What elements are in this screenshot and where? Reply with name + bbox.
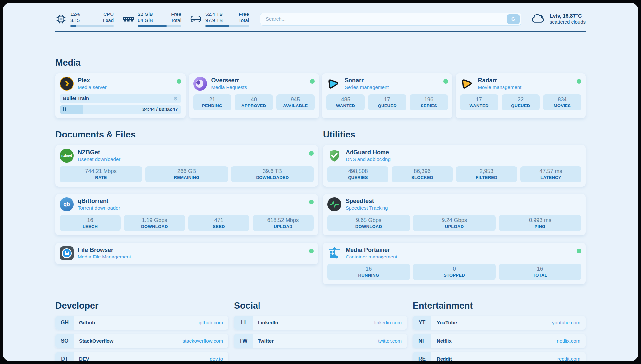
status-dot-online [310, 79, 315, 84]
app-name: Radarr [478, 77, 522, 84]
radarr-icon [460, 77, 474, 91]
status-dot-online [309, 200, 314, 204]
link-url: twitter.com [378, 338, 402, 344]
link-youtube[interactable]: YT YouTube youtube.com [413, 316, 586, 330]
cpu-label: CPU [103, 11, 114, 17]
disk-total: 97.9 TB [205, 17, 223, 24]
app-card-plex[interactable]: Plex Media server Bullet Train ⚙ 24:44 /… [55, 73, 186, 118]
link-badge: LI [234, 316, 253, 330]
app-description: Container management [346, 254, 397, 259]
gear-icon[interactable]: ⚙ [173, 96, 178, 101]
stat-ping: 0.993 ms PING [499, 215, 581, 231]
weather-widget: Lviv, 16.87°C scattered clouds [531, 13, 586, 25]
app-description: Usenet downloader [78, 156, 120, 162]
status-dot-online [443, 79, 448, 84]
link-netflix[interactable]: NF Netflix netflix.com [413, 334, 586, 348]
disk-progress-bar [205, 25, 249, 27]
stat-approved: 40 APPROVED [235, 94, 273, 110]
section-title-media: Media [55, 58, 586, 68]
link-badge: YT [413, 316, 431, 330]
pause-icon[interactable] [63, 107, 66, 111]
developer-column: Developer GH Github github.com SO StackO… [55, 301, 228, 362]
app-card-overseerr[interactable]: Overseerr Media Requests 21 PENDING 40 A… [189, 73, 319, 118]
plex-icon [60, 77, 74, 91]
section-title-social: Social [234, 301, 407, 311]
app-card-sonarr[interactable]: Sonarr Series management 485 WANTED 17 Q… [322, 73, 452, 118]
link-badge: RE [413, 352, 431, 362]
app-card-filebrowser[interactable]: File Browser Media File Management [55, 243, 318, 264]
disk-icon [190, 15, 202, 24]
status-dot-online [309, 249, 314, 253]
link-badge: GH [55, 316, 74, 330]
link-stackoverflow[interactable]: SO StackOverflow stackoverflow.com [55, 334, 228, 348]
link-name: Netflix [437, 338, 452, 344]
link-twitter[interactable]: TW Twitter twitter.com [234, 334, 407, 348]
stat-series: 196 SERIES [410, 94, 448, 110]
link-linkedin[interactable]: LI LinkedIn linkedin.com [234, 316, 407, 330]
app-description: Torrent downloader [78, 205, 120, 211]
app-name: Plex [78, 77, 107, 84]
section-title-documents: Documents & Files [55, 130, 318, 140]
link-name: Github [79, 320, 95, 325]
search-input[interactable] [260, 13, 521, 26]
disk-widget: 52.4 TB 97.9 TB Free Total [190, 11, 249, 27]
stat-blocked: 86,396 BLOCKED [392, 166, 453, 182]
app-description: Media Requests [211, 84, 247, 90]
stat-upload: 9.24 Gbps UPLOAD [413, 215, 496, 231]
status-dot-online [309, 151, 314, 156]
stat-download: 1.19 Gbps DOWNLOAD [124, 215, 185, 231]
link-url: linkedin.com [374, 320, 402, 325]
stat-remaining: 266 GB REMAINING [145, 166, 228, 182]
app-name: File Browser [78, 247, 131, 254]
link-name: StackOverflow [79, 338, 113, 344]
stat-total: 16 TOTAL [499, 264, 581, 280]
topbar: 12% 3.15 CPU Load [55, 11, 586, 27]
google-search-button[interactable]: G [507, 14, 520, 24]
stat-queued: 17 QUEUED [368, 94, 406, 110]
stat-leech: 16 LEECH [60, 215, 121, 231]
link-name: YouTube [437, 320, 457, 325]
app-card-portainer[interactable]: Media Portainer Container management 16 … [323, 243, 586, 284]
ram-icon [122, 15, 134, 23]
cpu-load-label: Load [103, 17, 114, 24]
app-card-qbittorrent[interactable]: qb qBittorrent Torrent downloader 16 LEE… [55, 194, 318, 235]
cpu-usage: 12% [70, 11, 80, 17]
disk-total-label: Total [238, 17, 249, 24]
status-dot-online [577, 249, 581, 253]
social-column: Social LI LinkedIn linkedin.com TW Twitt… [234, 301, 407, 362]
entertainment-column: Entertainment YT YouTube youtube.com NF … [413, 301, 586, 362]
documents-column: Documents & Files nzbget NZBGet Usenet d… [55, 130, 318, 264]
app-card-adguard[interactable]: AdGuard Home DNS and adblocking 498,508 … [323, 145, 586, 187]
link-badge: NF [413, 334, 431, 348]
app-description: DNS and adblocking [346, 156, 391, 162]
memory-total-label: Total [171, 17, 181, 24]
app-description: Series management [345, 84, 389, 90]
link-url: dev.to [210, 356, 223, 361]
sonarr-icon [326, 77, 340, 91]
stat-running: 16 RUNNING [327, 264, 410, 280]
app-card-nzbget[interactable]: nzbget NZBGet Usenet downloader 744.21 M… [55, 145, 318, 187]
qbittorrent-icon: qb [60, 197, 74, 211]
stat-pending: 21 PENDING [193, 94, 231, 110]
link-badge: SO [55, 334, 74, 348]
stat-filtered: 2,953 FILTERED [456, 166, 517, 182]
link-dev-to[interactable]: DT DEV dev.to [55, 352, 228, 362]
link-github[interactable]: GH Github github.com [55, 316, 228, 330]
search-box: G [260, 13, 521, 26]
weather-location-temp: Lviv, 16.87°C [550, 13, 586, 19]
app-description: Speedtest Tracking [346, 205, 388, 211]
cpu-widget: 12% 3.15 CPU Load [55, 11, 114, 27]
app-card-radarr[interactable]: Radarr Movie management 17 WANTED 22 QUE… [456, 73, 586, 118]
cloud-icon [531, 13, 546, 25]
now-playing-title-row: Bullet Train ⚙ [60, 94, 181, 103]
link-reddit[interactable]: RE Reddit reddit.com [413, 352, 586, 362]
link-name: Reddit [437, 356, 452, 361]
app-name: Speedtest [346, 198, 388, 205]
memory-progress-bar [138, 25, 181, 27]
link-url: reddit.com [557, 356, 580, 361]
utilities-column: Utilities AdGuard H [323, 130, 586, 284]
now-playing-title: Bullet Train [63, 96, 89, 101]
filebrowser-icon [60, 246, 74, 260]
app-card-speedtest[interactable]: Speedtest Speedtest Tracking 9.65 Gbps D… [323, 194, 586, 235]
stat-queued: 22 QUEUED [502, 94, 540, 110]
